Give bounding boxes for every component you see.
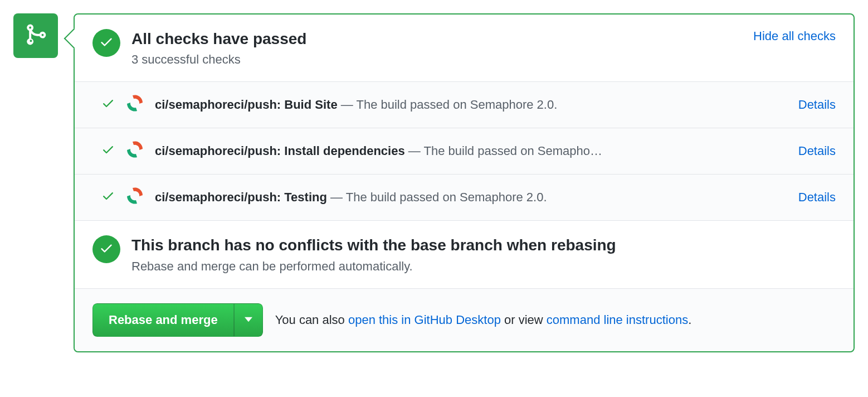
check-details-link[interactable]: Details <box>798 98 836 112</box>
checks-title: All checks have passed <box>131 29 733 49</box>
conflicts-subtitle: Rebase and merge can be performed automa… <box>131 259 836 274</box>
footer-suffix: . <box>688 313 691 327</box>
merge-button-group: Rebase and merge <box>92 303 263 337</box>
check-text: ci/semaphoreci/push: Testing — The build… <box>155 190 779 205</box>
footer-prefix: You can also <box>275 313 348 327</box>
timeline-badge <box>13 13 58 58</box>
semaphore-icon <box>125 186 145 209</box>
check-row: ci/semaphoreci/push: Buid Site — The bui… <box>75 82 854 128</box>
caret-down-icon <box>245 316 252 324</box>
check-success-icon <box>101 96 115 113</box>
status-success-circle <box>92 29 120 57</box>
check-text: ci/semaphoreci/push: Buid Site — The bui… <box>155 98 779 112</box>
check-success-icon <box>101 143 115 159</box>
semaphore-icon <box>125 139 145 163</box>
checkmark-icon <box>99 35 114 51</box>
check-details-link[interactable]: Details <box>798 144 836 158</box>
open-desktop-link[interactable]: open this in GitHub Desktop <box>348 313 501 327</box>
merge-footer: Rebase and merge You can also open this … <box>75 288 854 351</box>
check-row: ci/semaphoreci/push: Testing — The build… <box>75 175 854 221</box>
checks-summary: All checks have passed 3 successful chec… <box>75 14 854 82</box>
semaphore-icon <box>125 93 145 117</box>
check-text: ci/semaphoreci/push: Install dependencie… <box>155 144 779 158</box>
status-success-circle <box>92 235 120 263</box>
check-name: ci/semaphoreci/push: Testing <box>155 190 327 204</box>
cli-instructions-link[interactable]: command line instructions <box>547 313 688 327</box>
hide-all-checks-link[interactable]: Hide all checks <box>753 29 836 43</box>
checks-list: ci/semaphoreci/push: Buid Site — The bui… <box>75 82 854 221</box>
check-row: ci/semaphoreci/push: Install dependencie… <box>75 128 854 175</box>
check-name: ci/semaphoreci/push: Buid Site <box>155 98 338 112</box>
check-desc: The build passed on Semaphore 2.0. <box>356 98 557 112</box>
merge-status-panel: All checks have passed 3 successful chec… <box>13 13 855 352</box>
conflicts-title: This branch has no conflicts with the ba… <box>131 235 836 255</box>
check-details-link[interactable]: Details <box>798 190 836 205</box>
git-merge-icon <box>24 21 47 50</box>
check-desc: The build passed on Semapho… <box>424 144 602 158</box>
rebase-and-merge-button[interactable]: Rebase and merge <box>92 303 234 337</box>
check-name: ci/semaphoreci/push: Install dependencie… <box>155 144 405 158</box>
merge-box: All checks have passed 3 successful chec… <box>74 13 855 352</box>
checkmark-icon <box>99 241 114 258</box>
merge-alt-text: You can also open this in GitHub Desktop… <box>275 313 692 327</box>
checks-subtitle: 3 successful checks <box>131 52 733 67</box>
footer-middle: or view <box>501 313 547 327</box>
merge-options-dropdown[interactable] <box>234 303 263 337</box>
check-desc: The build passed on Semaphore 2.0. <box>346 190 547 204</box>
conflicts-summary: This branch has no conflicts with the ba… <box>75 221 854 288</box>
check-success-icon <box>101 189 115 206</box>
